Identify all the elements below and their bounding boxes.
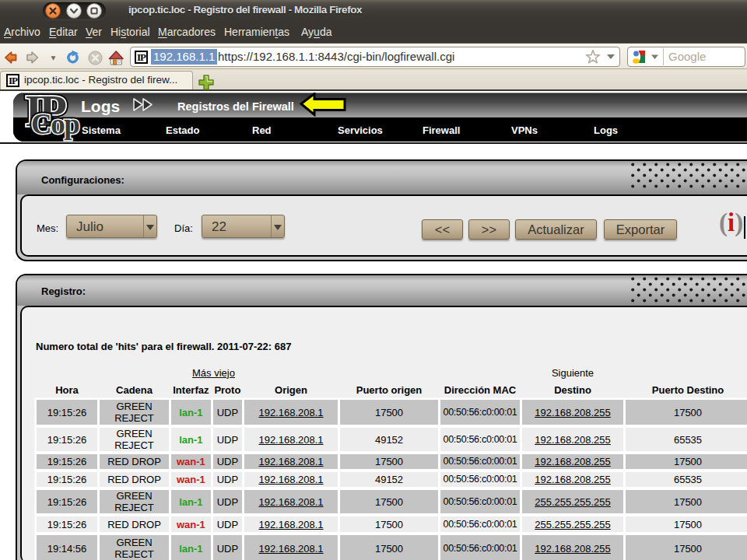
svg-text:Cop: Cop [31,108,79,140]
